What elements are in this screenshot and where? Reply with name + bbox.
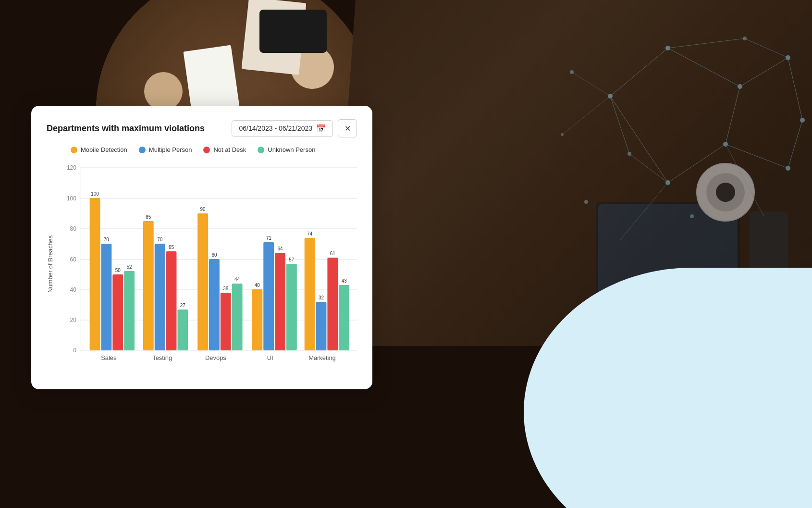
svg-rect-6	[183, 45, 239, 114]
export-button[interactable]: ✕	[338, 119, 357, 137]
svg-text:80: 80	[70, 225, 77, 232]
svg-text:27: 27	[180, 303, 185, 308]
svg-text:61: 61	[330, 251, 335, 256]
svg-rect-8	[259, 10, 327, 53]
svg-text:60: 60	[70, 256, 77, 263]
export-icon: ✕	[344, 124, 351, 133]
svg-text:40: 40	[70, 286, 77, 293]
svg-text:65: 65	[169, 245, 174, 250]
svg-text:85: 85	[146, 214, 151, 220]
svg-rect-107	[327, 258, 338, 350]
card-header: Departments with maximum violations 06/1…	[47, 119, 357, 137]
svg-text:20: 20	[70, 317, 77, 323]
svg-rect-103	[305, 238, 315, 350]
svg-point-35	[723, 142, 728, 147]
svg-rect-76	[143, 221, 154, 350]
svg-text:Devops: Devops	[205, 354, 226, 361]
date-range-text: 06/14/2023 - 06/21/2023	[239, 124, 312, 132]
svg-rect-71	[112, 274, 123, 350]
chart-inner: 0 20 40 60 80 100 120 100 70 50	[61, 163, 357, 365]
svg-text:74: 74	[307, 231, 312, 236]
svg-text:32: 32	[319, 295, 324, 300]
legend-label-notdesk: Not at Desk	[213, 146, 246, 153]
legend-item-mobile: Mobile Detection	[71, 146, 127, 153]
svg-rect-100	[286, 264, 297, 350]
svg-text:90: 90	[200, 207, 206, 212]
svg-point-36	[786, 166, 790, 171]
svg-text:43: 43	[342, 278, 347, 284]
svg-text:70: 70	[104, 237, 109, 242]
legend-label-unknown: Unknown Person	[268, 146, 315, 153]
legend-item-multiple: Multiple Person	[139, 146, 192, 153]
svg-rect-89	[221, 293, 231, 350]
svg-text:40: 40	[255, 283, 260, 288]
legend-dot-notdesk	[203, 147, 210, 153]
chart-area: Number of Breaches 0 20 40 60 80	[47, 163, 357, 365]
svg-rect-94	[252, 289, 262, 350]
svg-text:100: 100	[67, 195, 76, 202]
svg-rect-80	[166, 251, 177, 350]
svg-rect-78	[155, 244, 165, 350]
svg-text:64: 64	[278, 246, 283, 251]
svg-text:Testing: Testing	[152, 354, 172, 361]
svg-point-33	[738, 84, 742, 89]
svg-rect-67	[90, 198, 100, 350]
svg-rect-82	[177, 310, 188, 350]
svg-text:UI: UI	[267, 354, 273, 361]
chart-legend: Mobile Detection Multiple Person Not at …	[71, 146, 357, 153]
legend-dot-unknown	[258, 147, 264, 153]
svg-rect-109	[339, 285, 349, 350]
chart-title: Departments with maximum violations	[47, 124, 205, 134]
legend-item-unknown: Unknown Person	[258, 146, 315, 153]
bar-chart-svg: 0 20 40 60 80 100 120 100 70 50	[61, 163, 357, 365]
svg-rect-105	[316, 302, 327, 350]
svg-text:Marketing: Marketing	[308, 354, 336, 361]
calendar-icon: 📅	[316, 124, 326, 133]
legend-dot-mobile	[71, 147, 77, 153]
svg-text:50: 50	[115, 268, 121, 273]
svg-text:70: 70	[157, 237, 162, 242]
svg-rect-69	[101, 244, 111, 350]
svg-text:0: 0	[73, 347, 76, 354]
svg-text:60: 60	[211, 252, 217, 258]
svg-text:38: 38	[223, 286, 228, 291]
svg-point-39	[800, 118, 805, 123]
svg-rect-98	[275, 253, 285, 350]
svg-text:100: 100	[91, 191, 99, 197]
header-controls: 06/14/2023 - 06/21/2023 📅 ✕	[232, 119, 357, 137]
legend-label-mobile: Mobile Detection	[81, 146, 127, 153]
svg-text:120: 120	[67, 164, 76, 171]
svg-text:52: 52	[127, 264, 132, 270]
y-axis-label: Number of Breaches	[47, 163, 57, 365]
svg-rect-91	[232, 284, 243, 350]
svg-rect-17	[750, 211, 788, 269]
svg-rect-85	[197, 213, 208, 350]
svg-text:Sales: Sales	[101, 354, 116, 361]
svg-rect-96	[263, 242, 274, 350]
legend-label-multiple: Multiple Person	[149, 146, 192, 153]
svg-rect-73	[124, 271, 135, 350]
svg-text:71: 71	[266, 235, 271, 241]
svg-point-20	[716, 183, 735, 202]
svg-point-42	[690, 214, 694, 218]
svg-text:57: 57	[289, 257, 294, 262]
chart-card: Departments with maximum violations 06/1…	[31, 106, 372, 389]
legend-dot-multiple	[139, 147, 146, 153]
svg-rect-87	[209, 259, 220, 350]
svg-point-3	[144, 72, 183, 111]
svg-point-49	[584, 200, 588, 204]
legend-item-notdesk: Not at Desk	[203, 146, 246, 153]
date-range-button[interactable]: 06/14/2023 - 06/21/2023 📅	[232, 120, 333, 137]
svg-text:44: 44	[234, 277, 240, 282]
